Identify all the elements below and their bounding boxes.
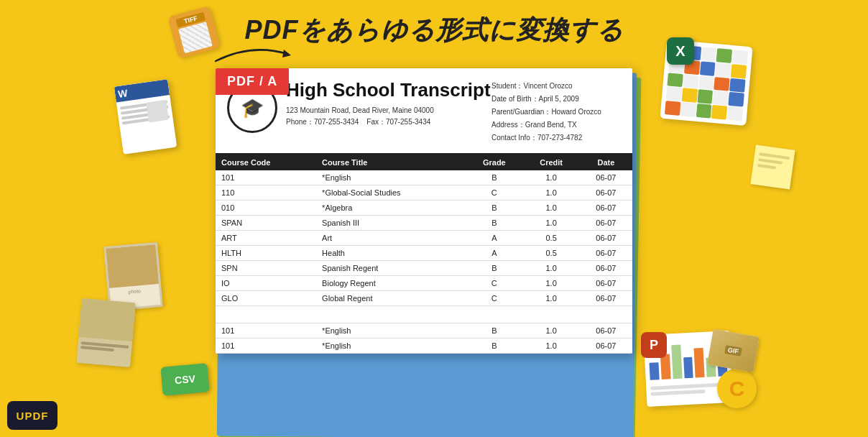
cell-date: 06-07: [580, 170, 632, 185]
excel-cell: [711, 105, 727, 120]
fax-text: Fax：707-255-3434: [366, 118, 430, 126]
cell-date: 06-07: [580, 231, 632, 246]
excel-cell: [696, 104, 711, 119]
document-info: Student：Vincent Orozco Date of Birth：Apr…: [491, 77, 621, 144]
csv-label: CSV: [174, 373, 195, 386]
document-title: High School Transcript: [286, 80, 491, 101]
phone-text: Phone：707-255-3434: [286, 118, 359, 126]
cell-credit: 1.0: [522, 185, 579, 201]
cell-code: ART: [216, 231, 316, 246]
dob-info: Date of Birth：April 5, 2009: [491, 93, 621, 106]
cell-credit: 1.0: [522, 323, 579, 339]
table-row: 110*Global-Social StudiesC1.006-07: [216, 185, 632, 201]
cell-date: 06-07: [580, 216, 632, 231]
cell-title: *English: [316, 323, 466, 339]
cell-code: 110: [216, 185, 316, 201]
excel-icon: X: [667, 37, 694, 65]
c-badge-label: C: [729, 377, 745, 401]
excel-cell: [715, 63, 731, 78]
excel-cell: [665, 101, 680, 116]
cell-title: *Algebra: [316, 201, 466, 216]
cell-date: 06-07: [580, 185, 632, 201]
cell-date: 06-07: [580, 323, 632, 339]
cell-credit: 0.5: [522, 246, 579, 261]
cell-credit: 1.0: [522, 291, 579, 306]
document-address: 123 Mountain Road, Dead River, Maine 040…: [286, 105, 491, 128]
excel-cell: [729, 78, 745, 93]
guardian-info: Parent/Guardian：Howard Orozco: [491, 106, 621, 119]
cell-date: 06-07: [580, 276, 632, 291]
ppt-icon-label: P: [650, 338, 658, 353]
cell-code: SPAN: [216, 216, 316, 231]
pdf-a-label: PDF / A: [227, 74, 277, 88]
table-row: 101*EnglishB1.006-07: [216, 339, 632, 354]
excel-cell: [731, 64, 747, 79]
title-area: High School Transcript 123 Mountain Road…: [286, 77, 491, 144]
cell-grade: B: [466, 201, 522, 216]
table-spacer-row: [216, 306, 632, 323]
word-icon: W: [117, 87, 128, 100]
ppt-icon: P: [641, 332, 667, 358]
table-row: 101*EnglishB1.006-07: [216, 170, 632, 185]
cell-grade: B: [466, 261, 522, 276]
table-row: IOBiology RegentC1.006-07: [216, 276, 632, 291]
excel-cell: [683, 74, 698, 89]
cell-code: SPN: [216, 261, 316, 276]
cell-grade: C: [466, 185, 522, 201]
cell-grade: B: [466, 216, 522, 231]
cell-date: 06-07: [580, 261, 632, 276]
cell-title: Health: [316, 246, 466, 261]
cell-date: 06-07: [580, 339, 632, 354]
table-row: 101*EnglishB1.006-07: [216, 323, 632, 339]
document-wrapper: PDF / A 🎓 High School Transcript 123 Mou…: [216, 68, 632, 435]
cell-credit: 1.0: [522, 170, 579, 185]
table-row: SPANSpanish IIIB1.006-07: [216, 216, 632, 231]
csv-badge: CSV: [160, 363, 209, 396]
excel-cell: [729, 92, 744, 107]
student-info: Student：Vincent Orozco: [491, 80, 621, 93]
address-line1: 123 Mountain Road, Dead River, Maine 040…: [286, 105, 491, 116]
table-row: 010*AlgebraB1.006-07: [216, 201, 632, 216]
address-info: Address：Grand Bend, TX: [491, 119, 621, 132]
cell-code: 010: [216, 201, 316, 216]
table-row: HLTHHealthA0.506-07: [216, 246, 632, 261]
sticky-note: [750, 144, 795, 189]
cell-title: Spanish Regent: [316, 261, 466, 276]
svg-marker-0: [282, 50, 291, 58]
word-card: W: [114, 79, 177, 155]
excel-cell: [681, 88, 697, 104]
table-row: GLOGlobal RegentC1.006-07: [216, 291, 632, 306]
logo-icon: 🎓: [241, 97, 264, 119]
ppt-bar: [650, 363, 660, 380]
excel-cell: [732, 50, 748, 65]
excel-cell: [716, 48, 732, 63]
cell-credit: 1.0: [522, 216, 579, 231]
c-badge: C: [717, 369, 757, 408]
excel-cell: [700, 61, 716, 76]
cell-grade: B: [466, 170, 522, 185]
cell-title: *English: [316, 170, 466, 185]
cell-grade: C: [466, 291, 522, 306]
cell-date: 06-07: [580, 291, 632, 306]
cell-code: 101: [216, 339, 316, 354]
cell-title: Art: [316, 231, 466, 246]
cell-grade: B: [466, 323, 522, 339]
col-header-credit: Credit: [522, 155, 579, 170]
ppt-bar: [683, 356, 693, 378]
cell-code: 101: [216, 323, 316, 339]
contact-info: Contact Info：707-273-4782: [491, 132, 621, 144]
excel-cell: [713, 91, 729, 106]
cell-grade: C: [466, 276, 522, 291]
cell-code: HLTH: [216, 246, 316, 261]
gif-label: GIF: [724, 345, 742, 356]
table-row: SPNSpanish RegentB1.006-07: [216, 261, 632, 276]
sketch-card: [76, 298, 136, 367]
cell-credit: 1.0: [522, 276, 579, 291]
col-header-code: Course Code: [216, 155, 316, 170]
cell-code: GLO: [216, 291, 316, 306]
cell-code: 101: [216, 170, 316, 185]
excel-cell: [727, 106, 743, 121]
table-row: ARTArtA0.506-07: [216, 231, 632, 246]
cell-title: Global Regent: [316, 291, 466, 306]
cell-grade: A: [466, 246, 522, 261]
